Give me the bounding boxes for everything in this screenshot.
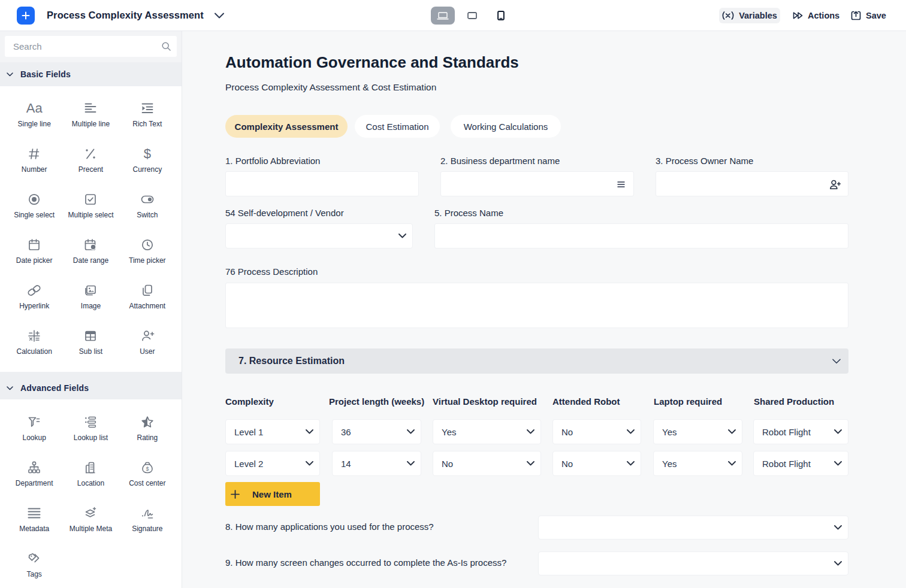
svg-text:$: $ [146,466,149,472]
